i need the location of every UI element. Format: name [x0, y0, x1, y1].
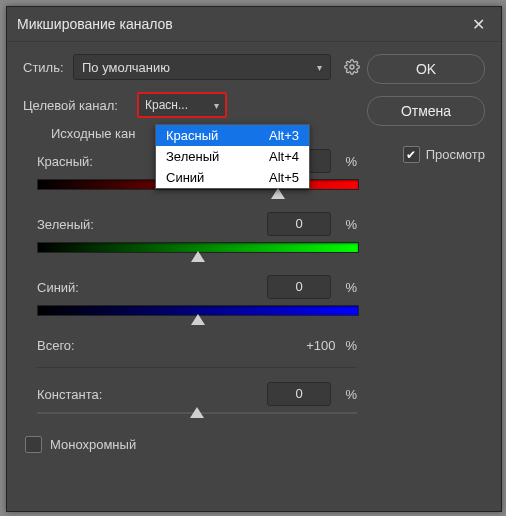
red-slider-label: Красный:	[37, 154, 93, 169]
output-channel-select[interactable]: Красн... ▾	[137, 92, 227, 118]
constant-slider-track[interactable]	[37, 412, 357, 414]
preview-checkbox[interactable]	[403, 146, 420, 163]
titlebar: Микширование каналов ✕	[7, 7, 501, 42]
green-slider-track[interactable]	[37, 242, 359, 253]
constant-slider-label: Константа:	[37, 387, 102, 402]
percent-label: %	[339, 280, 357, 295]
percent-label: %	[345, 338, 357, 353]
total-row: Всего: +100 %	[37, 338, 357, 353]
percent-label: %	[339, 387, 357, 402]
green-slider-thumb[interactable]	[191, 251, 205, 262]
channel-mixer-dialog: Микширование каналов ✕ Стиль: По умолчан…	[6, 6, 502, 512]
ok-button[interactable]: OK	[367, 54, 485, 84]
blue-slider-thumb[interactable]	[191, 314, 205, 325]
dropdown-option-green[interactable]: Зеленый Alt+4	[156, 146, 309, 167]
monochrome-checkbox[interactable]	[25, 436, 42, 453]
dropdown-option-red[interactable]: Красный Alt+3	[156, 125, 309, 146]
svg-point-0	[350, 65, 354, 69]
blue-slider-track[interactable]	[37, 305, 359, 316]
constant-slider-thumb[interactable]	[190, 407, 204, 418]
blue-slider-label: Синий:	[37, 280, 79, 295]
chevron-down-icon: ▾	[214, 100, 219, 111]
chevron-down-icon: ▾	[317, 62, 322, 73]
gear-icon[interactable]	[343, 58, 361, 76]
style-preset-value: По умолчанию	[82, 60, 170, 75]
total-value: +100	[306, 338, 335, 353]
monochrome-label: Монохромный	[50, 437, 136, 452]
green-slider-label: Зеленый:	[37, 217, 94, 232]
dropdown-option-blue[interactable]: Синий Alt+5	[156, 167, 309, 188]
style-label: Стиль:	[23, 60, 73, 75]
percent-label: %	[339, 217, 357, 232]
constant-slider-block: Константа: 0 %	[37, 382, 357, 414]
constant-value-input[interactable]: 0	[267, 382, 331, 406]
monochrome-row: Монохромный	[25, 436, 363, 453]
total-label: Всего:	[37, 338, 75, 353]
divider	[37, 367, 357, 368]
cancel-button[interactable]: Отмена	[367, 96, 485, 126]
preview-row: Просмотр	[367, 146, 485, 163]
style-preset-select[interactable]: По умолчанию ▾	[73, 54, 331, 80]
red-slider-thumb[interactable]	[271, 188, 285, 199]
output-channel-label: Целевой канал:	[23, 98, 137, 113]
green-value-input[interactable]: 0	[267, 212, 331, 236]
dialog-title: Микширование каналов	[17, 16, 173, 32]
output-channel-value: Красн...	[145, 98, 188, 112]
close-icon[interactable]: ✕	[466, 13, 491, 36]
blue-slider-block: Синий: 0 %	[37, 275, 357, 316]
output-channel-dropdown: Красный Alt+3 Зеленый Alt+4 Синий Alt+5	[155, 124, 310, 189]
percent-label: %	[339, 154, 357, 169]
blue-value-input[interactable]: 0	[267, 275, 331, 299]
preview-label: Просмотр	[426, 147, 485, 162]
green-slider-block: Зеленый: 0 %	[37, 212, 357, 253]
